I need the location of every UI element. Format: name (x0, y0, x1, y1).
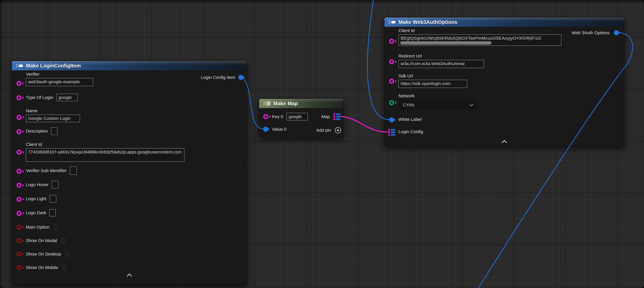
text-input-verifier[interactable]: web3auth-google-example (26, 78, 93, 86)
output-pin-label: Web 3Auth Options (572, 29, 610, 36)
string-pin-logo-light[interactable] (16, 197, 22, 202)
text-input-value: w3a://com.w3a.Web3AuthUnreal (401, 61, 464, 66)
pin-row-client-id: Client Id774338308167-q463s7kpvja16l4l0k… (26, 142, 184, 162)
pin-label: Logo Dark (26, 210, 46, 215)
pin-row-verifier: Verifierweb3auth-google-example (26, 72, 93, 86)
checkbox[interactable] (60, 237, 66, 244)
node-header: ↘↗ Make Web3AuthOptions (384, 18, 624, 27)
string-pin-client-id[interactable] (16, 150, 22, 155)
pin-row-show-on-mobile: Show On Mobile (26, 264, 67, 271)
add-pin-label[interactable]: Add pin (316, 127, 331, 134)
pin-label: Show On Mobile (26, 265, 58, 270)
empty-text-box[interactable] (49, 209, 56, 216)
checkbox[interactable] (61, 264, 67, 271)
node-make-loginconfigitem[interactable]: ↘↗ Make LoginConfigItem Verifierweb3auth… (12, 61, 247, 284)
empty-text-box[interactable] (52, 181, 58, 188)
pin-row-client-id: Client IdBEglQSgt4cUWcj6SKRdu5QkOXTsePmM… (398, 28, 562, 46)
output-pin-label: Map (322, 113, 330, 120)
make-struct-icon: ↘↗ (388, 20, 396, 24)
string-pin-verifier[interactable] (16, 81, 22, 86)
empty-text-box[interactable] (50, 195, 56, 202)
string-pin-client-id[interactable] (389, 39, 394, 44)
bool-pin-show-on-modal[interactable] (16, 238, 22, 243)
pin-row-sdk-url: Sdk Urlhttps://sdk.openlogin.com (398, 74, 467, 88)
checkbox[interactable] (64, 251, 70, 257)
pin-label: Client Id (26, 142, 184, 147)
pin-row-white-label: White Label (398, 116, 422, 123)
pin-label: Key 0 (272, 114, 283, 119)
pin-row-show-on-desktop: Show On Desktop (26, 250, 70, 257)
text-input-key-0[interactable]: google (286, 113, 308, 120)
pin-row-logo-hover: Logo Hover (26, 181, 58, 188)
pin-row-main-option: Main Option (26, 224, 59, 231)
pin-label: Client Id (398, 28, 562, 33)
empty-text-box[interactable] (70, 167, 77, 175)
pin-row-logo-dark: Logo Dark (26, 209, 56, 216)
string-pin-key-0[interactable] (263, 114, 268, 119)
text-input-value: google (289, 114, 302, 119)
text-input-value: google (59, 95, 72, 100)
text-input-value: BEglQSgt4cUWcj6SKRdu5QkOXTsePmMcusG5EAoy… (401, 36, 542, 41)
bool-pin-show-on-desktop[interactable] (16, 251, 22, 256)
struct-pin-web-3auth-options[interactable] (614, 30, 619, 35)
struct-pin-login-config-item[interactable] (238, 75, 243, 80)
pin-label: Logo Light (26, 196, 46, 201)
pin-row-name: NameGoogle Custom Login (26, 108, 80, 122)
enum-pin-network[interactable] (389, 100, 394, 105)
node-header: ↘↗ Make Map (259, 99, 343, 108)
horizontal-scrollbar-thumb[interactable] (400, 41, 492, 45)
map-pin-login-config[interactable] (388, 129, 395, 136)
bool-pin-main-option[interactable] (16, 225, 22, 230)
string-pin-type-of-login[interactable] (16, 95, 22, 100)
pin-label: Show On Desktop (26, 251, 61, 256)
string-pin-sdk-url[interactable] (389, 79, 394, 84)
string-pin-logo-dark[interactable] (16, 211, 22, 216)
text-input-client-id[interactable]: 774338308167-q463s7kpvja16l4l0kko3nb925i… (26, 148, 184, 162)
pin-label: Network (398, 93, 477, 98)
pin-row-value-0: Value 0 (272, 126, 286, 133)
pin-label: Value 0 (272, 127, 286, 132)
network-dropdown[interactable]: CYAN (398, 100, 477, 110)
string-pin-verifier-sub-identifier[interactable] (16, 169, 22, 174)
pin-row-redirect-url: Redirect Urlw3a://com.w3a.Web3AuthUnreal (398, 54, 484, 68)
pin-row-verifier-sub-identifier: Verifier Sub Identifier (26, 167, 77, 174)
text-input-value: 774338308167-q463s7kpvja16l4l0kko3nb925i… (28, 150, 182, 154)
output-pin-label: Login Config Item (201, 74, 235, 81)
pin-row-logo-light: Logo Light (26, 195, 56, 202)
string-pin-redirect-url[interactable] (389, 59, 394, 64)
pin-label: Redirect Url (398, 54, 484, 59)
text-input-client-id[interactable]: BEglQSgt4cUWcj6SKRdu5QkOXTsePmMcusG5EAoy… (398, 34, 562, 46)
chevron-down-icon (470, 102, 473, 106)
text-input-sdk-url[interactable]: https://sdk.openlogin.com (398, 80, 467, 88)
pin-label: Verifier Sub Identifier (26, 168, 66, 173)
dropdown-selected-value: CYAN (403, 103, 414, 107)
pin-row-show-on-modal: Show On Modal (26, 237, 66, 244)
string-pin-description[interactable] (16, 129, 22, 134)
empty-text-box[interactable] (51, 127, 58, 135)
collapse-node-button[interactable] (502, 140, 507, 144)
string-pin-name[interactable] (16, 115, 22, 120)
add-pin-icon[interactable]: + (335, 127, 341, 133)
map-pin-map[interactable] (334, 113, 340, 120)
node-make-map[interactable]: ↘↗ Make Map Key 0googleValue 0MapAdd pin… (259, 99, 344, 137)
pin-label: Type Of Login (26, 95, 53, 100)
pin-label: Sdk Url (398, 74, 467, 78)
pin-label: White Label (398, 117, 422, 122)
struct-pin-white-label[interactable] (389, 117, 394, 122)
text-input-type-of-login[interactable]: google (56, 94, 78, 101)
text-input-name[interactable]: Google Custom Login (26, 115, 80, 122)
bool-pin-show-on-mobile[interactable] (16, 265, 22, 270)
pin-row-network: NetworkCYAN (398, 93, 477, 110)
pin-row-type-of-login: Type Of Logingoogle (26, 94, 78, 101)
string-pin-logo-hover[interactable] (16, 183, 22, 188)
pin-row-key-0: Key 0google (272, 113, 308, 120)
pin-label: Name (26, 108, 80, 113)
blueprint-graph-canvas[interactable]: ↘↗ Make LoginConfigItem Verifierweb3auth… (0, 0, 644, 288)
node-title: Make Map (273, 101, 298, 106)
collapse-node-button[interactable] (127, 274, 132, 277)
pin-label: Description (26, 129, 48, 134)
struct-pin-value-0[interactable] (263, 127, 268, 132)
text-input-redirect-url[interactable]: w3a://com.w3a.Web3AuthUnreal (398, 60, 484, 68)
node-make-web3authoptions[interactable]: ↘↗ Make Web3AuthOptions Client IdBEglQSg… (384, 17, 624, 146)
checkbox[interactable] (53, 224, 59, 230)
